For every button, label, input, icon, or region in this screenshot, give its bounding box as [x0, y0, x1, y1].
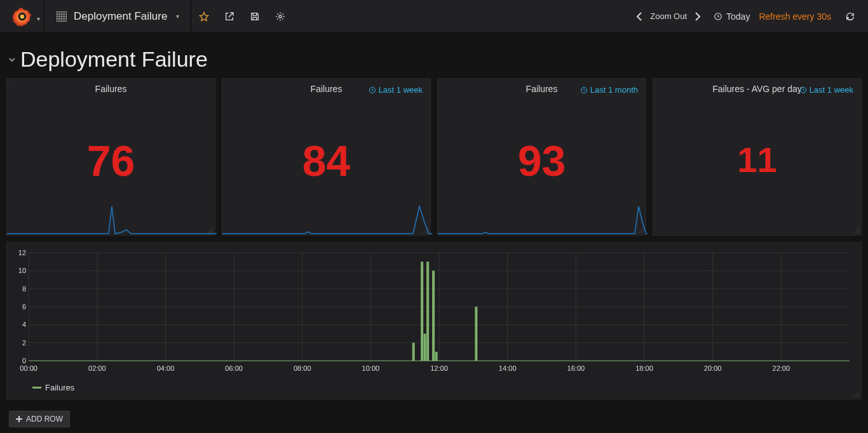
panel-time-badge-label: Last 1 month	[590, 85, 638, 95]
add-row-button[interactable]: ADD ROW	[9, 411, 70, 427]
svg-text:20:00: 20:00	[704, 364, 722, 372]
graph-svg: 02468101200:0002:0004:0006:0008:0010:001…	[10, 250, 853, 373]
page-title: Deployment Failure	[20, 47, 208, 72]
row-header: Deployment Failure	[0, 33, 868, 78]
nav-tools	[191, 0, 293, 32]
clock-icon	[714, 12, 722, 21]
svg-text:00:00: 00:00	[20, 364, 37, 372]
time-forward-button[interactable]	[691, 10, 705, 23]
stat-value: 84	[222, 139, 430, 182]
plus-icon	[16, 416, 22, 422]
sparkline	[222, 197, 432, 235]
refresh-button[interactable]	[841, 9, 859, 24]
svg-text:22:00: 22:00	[772, 364, 790, 372]
refresh-interval-picker[interactable]: Refresh every 30s	[759, 11, 831, 22]
share-button[interactable]	[217, 0, 242, 33]
row-collapse-toggle[interactable]	[9, 57, 15, 63]
time-range-label: Today	[726, 11, 750, 22]
add-row-label: ADD ROW	[26, 415, 63, 423]
svg-rect-51	[412, 343, 415, 361]
grafana-logo-icon	[12, 6, 32, 27]
svg-text:12:00: 12:00	[430, 364, 448, 372]
resize-handle-icon[interactable]	[423, 227, 429, 234]
resize-handle-icon[interactable]	[207, 227, 214, 234]
svg-text:14:00: 14:00	[499, 364, 517, 372]
stat-value: 76	[7, 139, 215, 182]
refresh-icon	[845, 11, 855, 22]
graph-body: 02468101200:0002:0004:0006:0008:0010:001…	[10, 250, 853, 373]
svg-rect-55	[432, 270, 435, 361]
panel-title: Failures	[7, 79, 215, 94]
svg-text:2: 2	[22, 339, 26, 347]
gear-icon	[275, 11, 285, 22]
svg-rect-52	[421, 262, 423, 361]
svg-text:16:00: 16:00	[567, 364, 585, 372]
time-range-picker[interactable]: Today	[709, 11, 755, 22]
nav-left: ▾ Deployment Failure ▾	[0, 0, 293, 32]
svg-text:8: 8	[22, 285, 26, 293]
dashboard-name: Deployment Failure	[74, 10, 167, 23]
clock-icon	[799, 86, 807, 94]
stat-value: 93	[438, 139, 646, 182]
stat-row: ⋮⋮ Failures 76 Failures Last 1 week 84 F…	[0, 78, 868, 236]
stat-panel-failures-month[interactable]: Failures Last 1 month 93	[437, 78, 646, 236]
svg-rect-53	[424, 334, 426, 361]
chevron-down-icon	[9, 57, 15, 63]
grafana-logo-menu[interactable]: ▾	[0, 0, 44, 32]
svg-text:4: 4	[22, 321, 26, 328]
zoom-out-button[interactable]: Zoom Out	[650, 11, 687, 21]
dashboard-icon	[56, 11, 67, 22]
legend-label: Failures	[45, 383, 74, 392]
zoom-controls: Zoom Out	[632, 10, 705, 23]
svg-text:04:00: 04:00	[157, 364, 175, 372]
save-icon	[250, 11, 260, 22]
panel-time-badge: Last 1 week	[369, 85, 423, 95]
star-button[interactable]	[191, 0, 217, 33]
star-icon	[199, 11, 209, 22]
clock-icon	[580, 86, 588, 94]
panel-time-badge: Last 1 month	[580, 85, 638, 95]
graph-panel-failures[interactable]: ⋮⋮ 02468101200:0002:0004:0006:0008:0010:…	[6, 242, 862, 399]
resize-handle-icon[interactable]	[853, 227, 860, 234]
resize-handle-icon[interactable]	[638, 227, 644, 234]
stat-panel-failures-avg[interactable]: Failures - AVG per day Last 1 week 11	[653, 78, 862, 236]
svg-text:0: 0	[22, 357, 26, 364]
sparkline	[438, 197, 648, 235]
sparkline	[7, 197, 217, 235]
svg-text:08:00: 08:00	[294, 364, 311, 372]
svg-text:18:00: 18:00	[635, 364, 653, 372]
caret-down-icon: ▾	[176, 13, 179, 20]
time-back-button[interactable]	[632, 10, 646, 23]
stat-panel-failures-today[interactable]: ⋮⋮ Failures 76	[6, 78, 215, 236]
svg-point-7	[279, 15, 281, 18]
save-button[interactable]	[242, 0, 268, 33]
svg-text:06:00: 06:00	[225, 364, 243, 372]
svg-text:02:00: 02:00	[88, 364, 106, 372]
svg-rect-56	[435, 352, 438, 361]
svg-text:10:00: 10:00	[362, 364, 380, 372]
top-navbar: ▾ Deployment Failure ▾	[0, 0, 868, 33]
nav-right: Zoom Out Today Refresh every 30s	[632, 0, 868, 32]
panel-time-badge: Last 1 week	[799, 85, 853, 95]
dashboard-picker[interactable]: Deployment Failure ▾	[44, 0, 191, 32]
panel-time-badge-label: Last 1 week	[379, 85, 423, 95]
svg-text:12: 12	[18, 250, 26, 256]
chevron-right-icon	[695, 12, 701, 21]
settings-button[interactable]	[268, 0, 293, 33]
share-icon	[224, 11, 234, 22]
stat-panel-failures-week[interactable]: Failures Last 1 week 84	[222, 78, 431, 236]
graph-legend[interactable]: Failures	[32, 383, 74, 392]
svg-rect-54	[426, 262, 429, 361]
panel-time-badge-label: Last 1 week	[810, 85, 853, 95]
caret-down-icon: ▾	[37, 15, 40, 22]
drag-handle-icon[interactable]: ⋮⋮	[3, 243, 7, 399]
svg-text:6: 6	[22, 303, 26, 310]
resize-handle-icon[interactable]	[853, 391, 860, 397]
clock-icon	[369, 86, 376, 94]
stat-value: 11	[653, 142, 861, 178]
svg-rect-57	[475, 307, 477, 361]
chevron-left-icon	[636, 12, 642, 21]
add-row-container: ADD ROW	[0, 399, 868, 433]
legend-swatch	[32, 387, 41, 389]
svg-text:10: 10	[18, 267, 26, 274]
